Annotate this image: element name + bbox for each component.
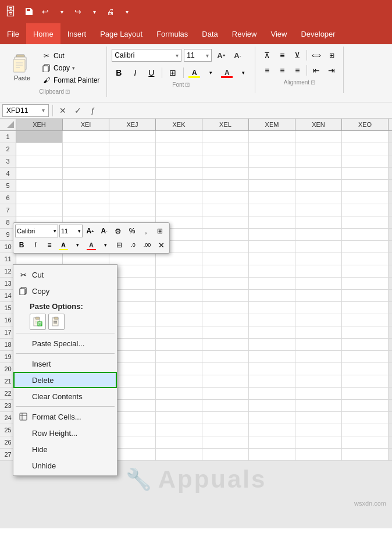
wrap-text-button[interactable]: ⟺ <box>309 49 323 62</box>
cell-XEM24[interactable] <box>249 412 295 424</box>
cell-XEL1[interactable] <box>202 131 249 143</box>
cell-XEO13[interactable] <box>342 278 389 289</box>
cell-XEO19[interactable] <box>342 351 389 363</box>
decrease-indent-button[interactable]: ⇤ <box>309 64 323 77</box>
cell-XEL14[interactable] <box>202 290 249 301</box>
cell-XEK18[interactable] <box>156 339 202 350</box>
cell-XEL2[interactable] <box>202 143 249 155</box>
cell-XEL4[interactable] <box>202 168 249 179</box>
cell-XEK1[interactable] <box>156 131 202 143</box>
cell-XEK7[interactable] <box>156 204 202 216</box>
underline-button[interactable]: U <box>144 66 158 79</box>
cell-XEH2[interactable] <box>16 143 63 155</box>
cell-XEI4[interactable] <box>63 168 109 179</box>
ctx-cut[interactable]: ✂ Cut <box>13 266 117 283</box>
cell-XEM18[interactable] <box>249 339 295 350</box>
cell-XEN1[interactable] <box>295 131 342 143</box>
cell-XEM6[interactable] <box>249 192 295 204</box>
cell-XEL21[interactable] <box>202 375 249 387</box>
cell-XEN15[interactable] <box>295 302 342 314</box>
cell-XEN6[interactable] <box>295 192 342 204</box>
ctx-paste-opt-1[interactable]: % <box>30 314 46 330</box>
mt-font-color-dropdown[interactable]: ▾ <box>99 239 112 251</box>
row-number-7[interactable]: 7 <box>0 204 16 216</box>
mt-italic-button[interactable]: I <box>29 239 42 251</box>
cell-XEN16[interactable] <box>295 314 342 326</box>
menu-view[interactable]: View <box>263 23 294 44</box>
cell-XEM14[interactable] <box>249 290 295 301</box>
cell-XEM17[interactable] <box>249 326 295 338</box>
cell-XEI1[interactable] <box>63 131 109 143</box>
redo-dropdown-button[interactable]: ▾ <box>87 5 101 19</box>
cell-XEH5[interactable] <box>16 180 63 191</box>
row-number-3[interactable]: 3 <box>0 155 16 167</box>
cell-XEM22[interactable] <box>249 388 295 399</box>
cell-XEM20[interactable] <box>249 363 295 375</box>
cell-XEO7[interactable] <box>342 204 389 216</box>
ctx-unhide[interactable]: Unhide <box>13 457 117 474</box>
cell-XEL22[interactable] <box>202 388 249 399</box>
cell-XEH11[interactable] <box>16 253 63 265</box>
cell-XEI7[interactable] <box>63 204 109 216</box>
paste-button[interactable]: Paste <box>7 49 37 84</box>
mt-format-button[interactable]: ⚙ <box>112 225 124 237</box>
menu-developer[interactable]: Developer <box>294 23 342 44</box>
cell-XEI3[interactable] <box>63 155 109 167</box>
cell-XEO5[interactable] <box>342 180 389 191</box>
cell-XEN24[interactable] <box>295 412 342 424</box>
cell-XEO17[interactable] <box>342 326 389 338</box>
cell-XEJ1[interactable] <box>109 131 156 143</box>
cell-XEL24[interactable] <box>202 412 249 424</box>
cell-XEL26[interactable] <box>202 436 249 448</box>
decrease-font-button[interactable]: A- <box>230 49 244 62</box>
cell-XEO25[interactable] <box>342 424 389 436</box>
undo-button[interactable]: ↩ <box>38 5 52 19</box>
cell-XEL10[interactable] <box>202 241 249 253</box>
cell-XEN19[interactable] <box>295 351 342 363</box>
cell-XEN23[interactable] <box>295 400 342 411</box>
cell-XEO23[interactable] <box>342 400 389 411</box>
menu-page-layout[interactable]: Page Layout <box>93 23 149 44</box>
cell-XEJ3[interactable] <box>109 155 156 167</box>
cell-XEK20[interactable] <box>156 363 202 375</box>
cell-XEN25[interactable] <box>295 424 342 436</box>
ctx-hide[interactable]: Hide <box>13 441 117 457</box>
ctx-clear-contents[interactable]: Clear Contents <box>13 388 117 404</box>
cell-XEM13[interactable] <box>249 278 295 289</box>
cell-XEN14[interactable] <box>295 290 342 301</box>
row-number-6[interactable]: 6 <box>0 192 16 204</box>
cell-XEM5[interactable] <box>249 180 295 191</box>
redo-button[interactable]: ↪ <box>71 5 85 19</box>
cell-XEO14[interactable] <box>342 290 389 301</box>
ctx-copy[interactable]: Copy <box>13 283 117 299</box>
clipboard-dialog-launcher[interactable]: ⊡ <box>65 88 70 95</box>
cell-XEI5[interactable] <box>63 180 109 191</box>
borders-button[interactable]: ⊞ <box>166 66 180 79</box>
cell-XEN8[interactable] <box>295 216 342 228</box>
cell-XEI6[interactable] <box>63 192 109 204</box>
mt-dec-decimals-button[interactable]: .0 <box>127 239 140 251</box>
mt-fill-button[interactable]: A <box>57 239 70 251</box>
formula-input[interactable] <box>102 104 390 117</box>
align-middle-button[interactable]: ≡ <box>275 49 289 62</box>
cell-XEM21[interactable] <box>249 375 295 387</box>
ctx-row-height[interactable]: Row Height... <box>13 425 117 441</box>
menu-home[interactable]: Home <box>26 23 60 44</box>
cell-XEM8[interactable] <box>249 216 295 228</box>
cell-XEK12[interactable] <box>156 265 202 277</box>
cell-XEM26[interactable] <box>249 436 295 448</box>
cell-XEO18[interactable] <box>342 339 389 350</box>
cell-XEO6[interactable] <box>342 192 389 204</box>
cell-XEH7[interactable] <box>16 204 63 216</box>
cell-XEO26[interactable] <box>342 436 389 448</box>
cell-XEJ5[interactable] <box>109 180 156 191</box>
cell-XEH3[interactable] <box>16 155 63 167</box>
col-header-XEN[interactable]: XEN <box>295 119 342 130</box>
cell-XEL8[interactable] <box>202 216 249 228</box>
menu-formulas[interactable]: Formulas <box>149 23 195 44</box>
cell-XEM12[interactable] <box>249 265 295 277</box>
cell-XEL25[interactable] <box>202 424 249 436</box>
cell-XEN21[interactable] <box>295 375 342 387</box>
cell-XEK11[interactable] <box>156 253 202 265</box>
increase-indent-button[interactable]: ⇥ <box>325 64 338 77</box>
